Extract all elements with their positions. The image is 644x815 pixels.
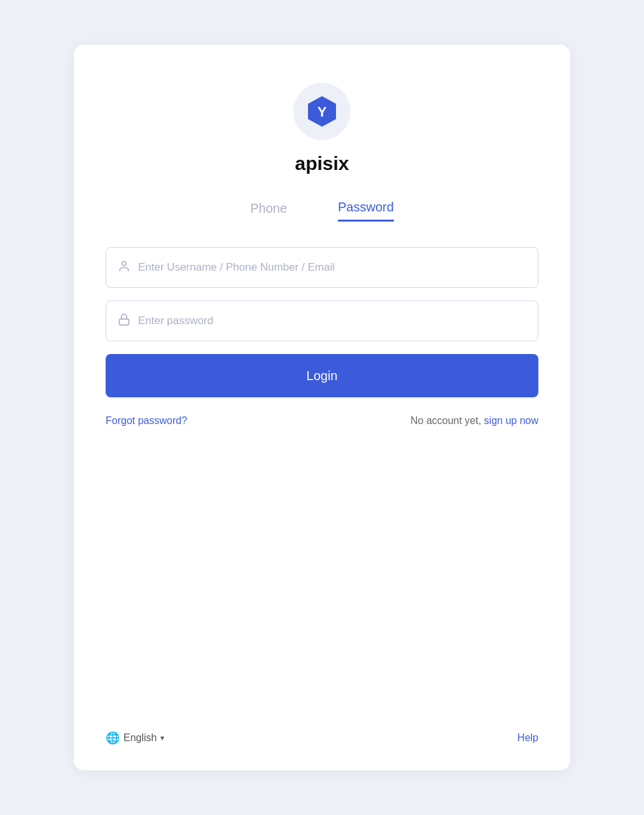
- password-input-wrapper: [106, 301, 538, 341]
- login-tabs: Phone Password: [106, 200, 538, 222]
- svg-point-2: [122, 261, 127, 266]
- action-links: Forgot password? No account yet, sign up…: [106, 415, 538, 427]
- login-button[interactable]: Login: [106, 354, 538, 397]
- sign-up-link[interactable]: sign up now: [484, 415, 538, 426]
- app-title: apisix: [295, 153, 349, 174]
- tab-phone[interactable]: Phone: [250, 200, 287, 222]
- globe-icon: 🌐: [106, 731, 120, 745]
- login-form: Login: [106, 247, 538, 400]
- user-icon: [118, 260, 130, 276]
- tab-password[interactable]: Password: [338, 200, 394, 222]
- lock-icon: [118, 313, 130, 329]
- app-logo-icon: Y: [305, 95, 339, 128]
- svg-rect-3: [120, 319, 129, 325]
- logo-container: Y: [293, 83, 351, 140]
- no-account-text: No account yet, sign up now: [410, 415, 538, 427]
- footer: 🌐 English ▾ Help: [106, 731, 538, 745]
- help-link[interactable]: Help: [517, 732, 538, 744]
- login-card: Y apisix Phone Password: [74, 45, 570, 770]
- forgot-password-link[interactable]: Forgot password?: [106, 415, 187, 427]
- svg-text:Y: Y: [318, 104, 327, 120]
- chevron-down-icon: ▾: [160, 734, 164, 742]
- username-input-wrapper: [106, 247, 538, 288]
- language-selector[interactable]: 🌐 English ▾: [106, 731, 164, 745]
- password-input[interactable]: [138, 315, 526, 327]
- username-input[interactable]: [138, 261, 526, 274]
- language-label: English: [123, 732, 157, 744]
